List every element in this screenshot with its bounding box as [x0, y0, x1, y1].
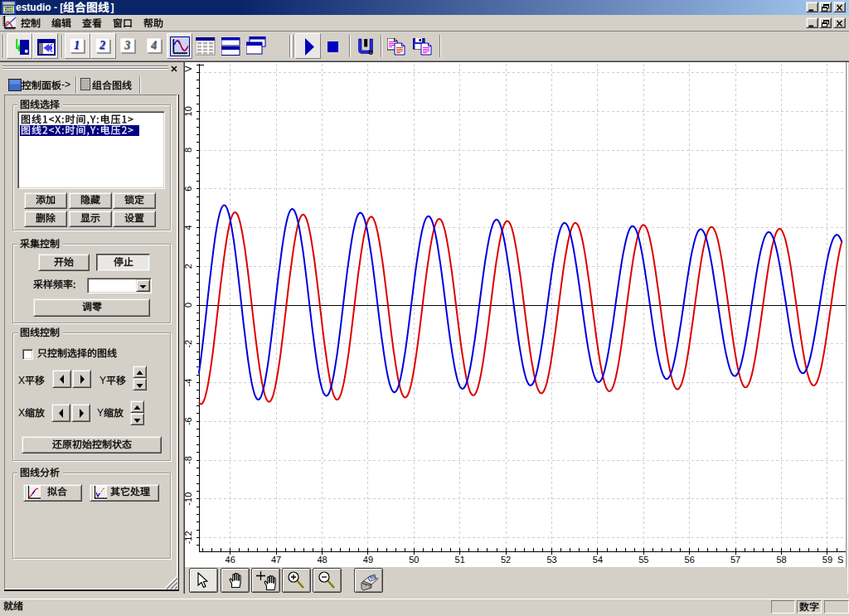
- svg-text:46: 46: [226, 555, 235, 565]
- svg-text:47: 47: [271, 555, 281, 565]
- svg-text:0: 0: [185, 303, 193, 308]
- svg-text:DIS: DIS: [3, 6, 14, 13]
- svg-text:58: 58: [776, 555, 786, 565]
- svg-text:56: 56: [685, 555, 695, 565]
- svg-text:2: 2: [99, 39, 105, 51]
- svg-text:50: 50: [409, 555, 419, 565]
- svg-text:V: V: [185, 65, 193, 72]
- svg-text:52: 52: [501, 555, 511, 565]
- svg-text:48: 48: [317, 555, 327, 565]
- svg-text:49: 49: [363, 555, 373, 565]
- svg-text:57: 57: [730, 555, 740, 565]
- svg-text:-2: -2: [185, 340, 193, 348]
- svg-text:2: 2: [185, 264, 193, 269]
- svg-text:-4: -4: [185, 379, 193, 387]
- svg-text:6: 6: [185, 187, 193, 192]
- svg-text:4: 4: [185, 225, 193, 230]
- svg-text:51: 51: [455, 555, 465, 565]
- svg-text:1: 1: [74, 39, 80, 51]
- svg-text:59: 59: [822, 555, 832, 565]
- svg-text:S: S: [837, 555, 843, 565]
- svg-text:-6: -6: [185, 417, 193, 425]
- svg-text:-8: -8: [185, 456, 193, 464]
- svg-text:4: 4: [150, 39, 157, 51]
- svg-text:10: 10: [185, 106, 193, 116]
- svg-text:55: 55: [638, 555, 648, 565]
- svg-text:53: 53: [546, 555, 556, 565]
- svg-text:-10: -10: [185, 492, 193, 506]
- svg-text:3: 3: [124, 39, 130, 51]
- svg-text:54: 54: [593, 555, 603, 565]
- svg-text:-12: -12: [185, 531, 193, 544]
- svg-text:8: 8: [185, 148, 193, 153]
